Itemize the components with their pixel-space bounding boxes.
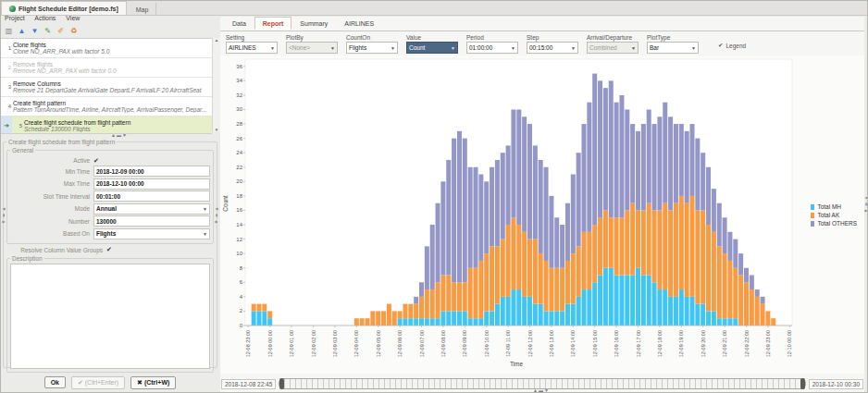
step-title: Create flight pattern (13, 100, 212, 106)
step-item[interactable]: 2Remove flightsRemove NO_ARR_PAX with fa… (1, 58, 212, 78)
control-dropdown[interactable]: Combined▼ (587, 42, 639, 54)
menu-actions[interactable]: Actions (34, 15, 56, 21)
list-form-splitter[interactable]: ▲▬▼ (92, 132, 147, 138)
chevron-down-icon: ▼ (451, 45, 455, 51)
step-item[interactable]: 1Clone flightsClone NO_ARR_PAX with fact… (1, 39, 212, 58)
field-label: Based On (10, 230, 93, 237)
splitter-glyph: ◀ (215, 206, 217, 211)
input-field[interactable]: 2018-12-09 00:00 (93, 166, 210, 177)
delete-icon[interactable]: ▥ (4, 26, 14, 36)
bar-segment (744, 282, 749, 325)
tool-icon[interactable]: ✐ (56, 26, 66, 36)
window-tab-bar: Flight Schedule Editor [demo.fs] Map (1, 1, 867, 16)
resolve-checkbox[interactable]: ✔ (106, 246, 112, 253)
input-field[interactable]: 00:01:00 (93, 190, 210, 202)
bar-segment (723, 217, 727, 253)
left-edge-splitter[interactable]: ◀▮▶ (1, 206, 6, 224)
bar-segment (490, 167, 494, 247)
bar-segment (592, 225, 597, 282)
toolbar: ▥▲▼✎✐♻ (1, 24, 222, 37)
dropdown-field[interactable]: Annual▼ (93, 203, 210, 215)
move-down-icon[interactable]: ▼ (30, 26, 40, 36)
form-row: Active✔ (10, 157, 210, 165)
control-dropdown[interactable]: Bar▼ (647, 42, 699, 54)
menu-view[interactable]: View (66, 15, 80, 21)
control-value: Flights (349, 44, 366, 51)
description-textarea[interactable] (10, 264, 210, 369)
y-tick-label: 26 (236, 136, 242, 141)
y-tick-label: 22 (236, 165, 242, 170)
bottom-splitter[interactable]: ▲▬▼ (533, 387, 550, 393)
bar-segment (636, 268, 640, 325)
panel-divider-splitter[interactable]: ◀▮▶ (214, 206, 219, 224)
report-tab-bar: DataReportSummaryAIRLINES (220, 17, 864, 31)
legend-entry[interactable]: Total MH (811, 203, 857, 210)
control-dropdown[interactable]: 00:15:00▼ (527, 42, 578, 54)
legend-entry[interactable]: Total AK (811, 212, 857, 218)
bar-segment (571, 304, 576, 325)
legend-swatch (811, 204, 814, 210)
bar-segment (425, 289, 429, 318)
bar-segment (652, 124, 657, 210)
field-label: Min Time (10, 168, 93, 175)
ok-button[interactable]: Ok (44, 376, 66, 388)
chevron-down-icon: ▼ (330, 45, 335, 51)
field-value: Flights (96, 230, 116, 237)
slider-left-handle[interactable] (279, 378, 284, 389)
step-title: Create flight schedule from flight patte… (24, 119, 212, 126)
bar-segment (554, 217, 559, 267)
report-tab-data[interactable]: Data (224, 17, 254, 30)
step-subtitle: Remove 21 DepartGate ArrivalGate DepartL… (13, 87, 212, 93)
chevron-down-icon: ▼ (511, 45, 515, 51)
slider-right-handle[interactable] (800, 378, 805, 389)
control-dropdown[interactable]: 01:00:00▼ (466, 42, 518, 54)
checkbox[interactable]: ✔ (93, 157, 99, 165)
bar-segment (544, 311, 549, 325)
bar-segment (603, 268, 608, 325)
field-label: Number (10, 218, 93, 225)
control-dropdown[interactable]: <None>▼ (286, 42, 338, 54)
apply-ctrl-enter-button[interactable]: ✔ (Ctrl+Enter) (71, 376, 125, 389)
step-list-scrollbar[interactable]: ▲ ▼ (212, 38, 220, 132)
bar-segment (690, 124, 695, 196)
input-field[interactable]: 2018-12-10 00:00 (93, 178, 210, 190)
report-tab-report[interactable]: Report (254, 17, 292, 30)
control-label: Step (527, 34, 578, 41)
bar-segment (440, 276, 445, 312)
control-counton: CountOnFlights▼ (346, 34, 398, 54)
report-tab-summary[interactable]: Summary (291, 17, 336, 30)
bar-segment (641, 210, 646, 275)
step-item[interactable]: 3Remove ColumnsRemove 21 DepartGate Arri… (1, 78, 212, 97)
y-tick-label: 36 (236, 64, 242, 69)
close-ctrl-w-button[interactable]: ✖ (Ctrl+W) (130, 376, 176, 389)
menu-bar: Project Actions View (1, 15, 223, 24)
refresh-icon[interactable]: ♻ (68, 26, 79, 36)
legend-checkbox[interactable]: ✔Legend (718, 42, 746, 49)
control-dropdown[interactable]: Count▼ (406, 42, 458, 54)
dropdown-field[interactable]: Flights▼ (93, 228, 210, 239)
control-dropdown[interactable]: Flights▼ (346, 42, 398, 54)
bar-segment (701, 210, 705, 303)
bar-segment (592, 74, 597, 225)
bar-segment (468, 268, 473, 318)
step-item[interactable]: 4Create flight patternPattern TurnAround… (1, 97, 212, 117)
step-number: 5 (12, 123, 24, 129)
input-field[interactable]: 130000 (93, 215, 210, 227)
tab-flight-schedule-editor[interactable]: Flight Schedule Editor [demo.fs] (1, 1, 127, 15)
bar-segment (436, 203, 440, 283)
bar-segment (539, 253, 543, 303)
bar-segment (577, 297, 581, 325)
report-tab-airlines[interactable]: AIRLINES (336, 17, 382, 30)
scroll-up-icon[interactable]: ▲ (215, 38, 218, 43)
step-title: Clone flights (13, 42, 212, 48)
bar-segment (430, 289, 435, 318)
bar-segment (565, 304, 570, 325)
scroll-down-icon[interactable]: ▼ (215, 128, 218, 132)
control-dropdown[interactable]: AIRLINES▼ (226, 42, 278, 54)
bar-segment (652, 282, 657, 325)
tab-map[interactable]: Map (129, 3, 157, 16)
move-up-icon[interactable]: ▲ (17, 26, 27, 36)
edit-icon[interactable]: ✎ (43, 26, 53, 36)
menu-project[interactable]: Project (5, 15, 25, 21)
legend-entry[interactable]: Total OTHERS (811, 220, 857, 227)
